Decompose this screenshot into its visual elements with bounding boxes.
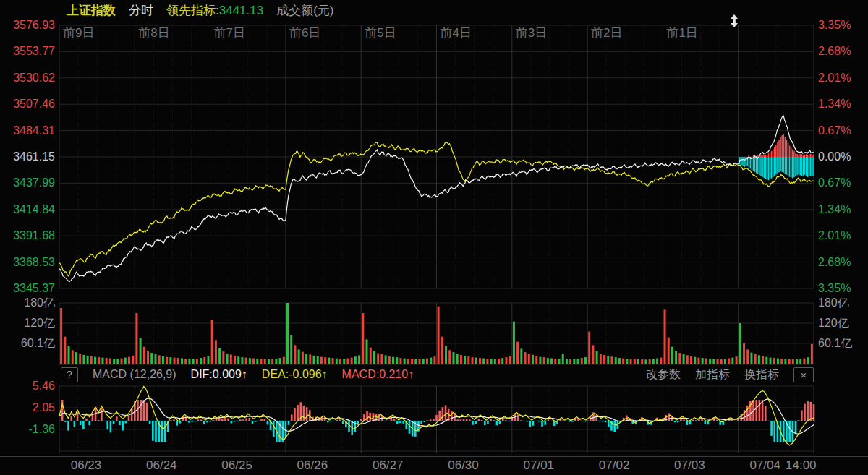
price-axis-label: 3576.93 bbox=[0, 18, 55, 33]
day-label: 前9日 bbox=[63, 26, 94, 40]
change-params-button[interactable]: 改参数 bbox=[646, 367, 681, 382]
date-label: 06/27 bbox=[361, 458, 414, 473]
day-label: 前2日 bbox=[591, 26, 622, 40]
price-axis-label: 3507.46 bbox=[0, 97, 55, 111]
close-indicator-button[interactable]: × bbox=[793, 367, 814, 382]
stock-chart-app: 上证指数 分时 领先指标:3441.13 成交额(元) ? MACD (12,2… bbox=[0, 0, 868, 475]
indicator-name: MACD (12,26,9) bbox=[93, 368, 176, 381]
date-label: 06/26 bbox=[286, 458, 339, 473]
date-label: 06/23 bbox=[59, 458, 113, 473]
volume-axis-label: 60.1亿 bbox=[0, 336, 55, 351]
date-axis-separator bbox=[0, 456, 868, 457]
percent-axis-label: 0.67% bbox=[818, 176, 851, 190]
price-axis-label: 3414.84 bbox=[0, 202, 55, 217]
volume-axis-label: 120亿 bbox=[0, 316, 55, 330]
dif-value: DIF:0.009↑ bbox=[191, 368, 247, 381]
leading-indicator-value: 3441.13 bbox=[219, 4, 263, 17]
price-chart[interactable] bbox=[0, 20, 868, 291]
help-button[interactable]: ? bbox=[61, 367, 78, 382]
dea-value: DEA:-0.096↑ bbox=[262, 368, 328, 381]
day-label: 前7日 bbox=[214, 26, 245, 40]
price-axis-label: 3391.68 bbox=[0, 228, 55, 243]
price-axis-label: 3461.15 bbox=[0, 150, 55, 164]
volume-axis-label: 120亿 bbox=[818, 316, 849, 330]
leading-indicator: 领先指标:3441.13 bbox=[166, 2, 263, 19]
percent-axis-label: 3.35% bbox=[818, 18, 851, 33]
volume-chart[interactable] bbox=[0, 300, 868, 366]
macd-value: MACD:0.210↑ bbox=[342, 368, 414, 381]
chart-mode-tab[interactable]: 分时 bbox=[129, 2, 153, 19]
day-label: 前5日 bbox=[365, 26, 396, 40]
percent-axis-label: 2.68% bbox=[818, 44, 851, 59]
percent-axis-label: 2.01% bbox=[818, 228, 851, 243]
percent-axis-label: 2.68% bbox=[818, 255, 851, 270]
symbol-name: 上证指数 bbox=[67, 2, 116, 19]
day-label: 前4日 bbox=[441, 26, 472, 40]
date-label: 06/30 bbox=[437, 458, 490, 473]
add-indicator-button[interactable]: 加指标 bbox=[695, 367, 730, 382]
switch-indicator-button[interactable]: 换指标 bbox=[744, 367, 779, 382]
percent-axis-label: 3.35% bbox=[818, 281, 851, 296]
volume-axis-label: 60.1亿 bbox=[818, 336, 852, 351]
macd-axis-label: -1.36 bbox=[0, 422, 55, 437]
macd-axis-label: 5.46 bbox=[0, 379, 55, 393]
chart-header: 上证指数 分时 领先指标:3441.13 成交额(元) bbox=[67, 2, 334, 19]
date-label: 07/03 bbox=[663, 458, 716, 473]
day-label: 前1日 bbox=[666, 26, 697, 40]
date-label: 06/25 bbox=[210, 458, 264, 473]
price-axis-label: 3345.37 bbox=[0, 281, 55, 296]
percent-axis-label: 1.34% bbox=[818, 202, 851, 217]
price-axis-label: 3553.77 bbox=[0, 44, 55, 59]
date-label: 07/01 bbox=[512, 458, 566, 473]
volume-axis-label: 180亿 bbox=[0, 296, 55, 310]
percent-axis-label: 1.34% bbox=[818, 97, 851, 111]
macd-chart[interactable] bbox=[0, 383, 868, 456]
price-axis-label: 3437.99 bbox=[0, 176, 55, 190]
price-axis-label: 3484.31 bbox=[0, 124, 55, 138]
percent-axis-label: 0.67% bbox=[818, 124, 851, 138]
macd-axis-label: 2.05 bbox=[0, 401, 55, 415]
leading-indicator-label: 领先指标: bbox=[166, 4, 219, 17]
percent-axis-label: 0.00% bbox=[818, 150, 851, 164]
date-label: 07/02 bbox=[587, 458, 641, 473]
indicator-toolbar: ? MACD (12,26,9) DIF:0.009↑ DEA:-0.096↑ … bbox=[61, 366, 814, 383]
date-label: 07/04 bbox=[739, 458, 792, 473]
day-label: 前8日 bbox=[138, 26, 169, 40]
volume-axis-label: 180亿 bbox=[818, 296, 849, 310]
percent-axis-label: 2.01% bbox=[818, 71, 851, 85]
date-label: 06/24 bbox=[135, 458, 188, 473]
turnover-label: 成交额(元) bbox=[276, 2, 333, 19]
drag-handle-icon[interactable] bbox=[729, 14, 739, 27]
price-axis-label: 3530.62 bbox=[0, 71, 55, 85]
time-label: 14:00 bbox=[786, 458, 817, 473]
day-label: 前3日 bbox=[516, 26, 547, 40]
price-axis-label: 3368.53 bbox=[0, 255, 55, 270]
day-label: 前6日 bbox=[289, 26, 320, 40]
